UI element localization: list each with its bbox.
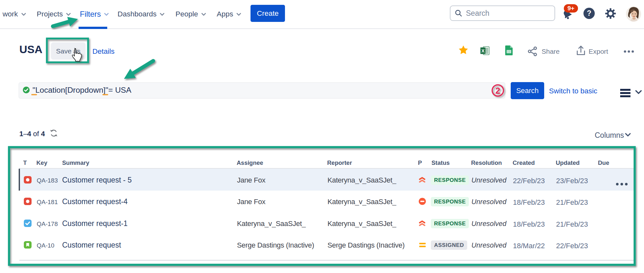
svg-text:X: X bbox=[481, 48, 485, 53]
